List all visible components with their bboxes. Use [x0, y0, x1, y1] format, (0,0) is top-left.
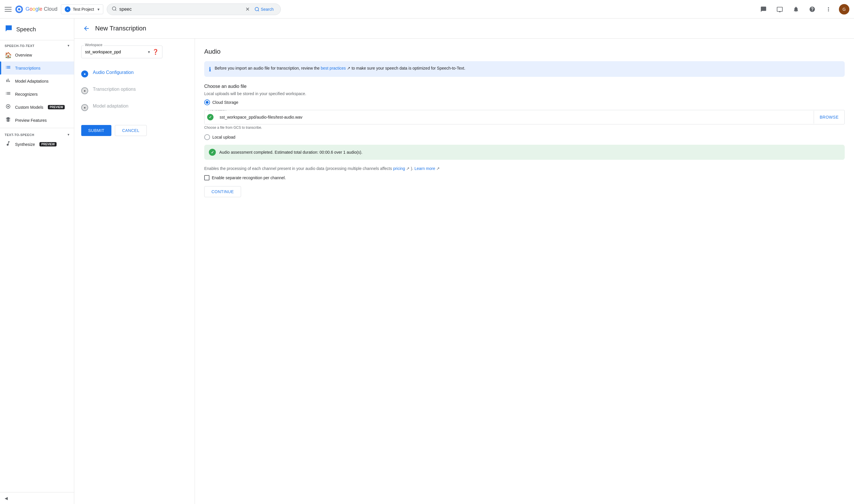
sidebar-item-synthesize[interactable]: Synthesize PREVIEW: [0, 138, 74, 151]
stt-section-label: Speech-to-Text ▾: [0, 40, 74, 49]
pricing-link[interactable]: pricing: [393, 166, 405, 171]
wizard-actions: SUBMIT CANCEL: [81, 125, 188, 136]
info-banner: ℹ Before you import an audio file for tr…: [204, 61, 845, 77]
channel-checkbox[interactable]: [204, 175, 210, 180]
search-btn-icon: [254, 7, 260, 12]
more-options-icon-btn[interactable]: [823, 3, 834, 15]
sidebar-item-custom-models[interactable]: Custom Models PREVIEW: [0, 101, 74, 114]
avatar[interactable]: G: [839, 4, 849, 15]
cancel-button[interactable]: CANCEL: [115, 125, 147, 136]
search-button[interactable]: Search: [252, 7, 276, 12]
notifications-icon-btn[interactable]: [790, 3, 802, 15]
browse-button[interactable]: BROWSE: [814, 111, 844, 124]
search-icon: [112, 6, 117, 12]
search-input[interactable]: [119, 7, 243, 12]
sidebar-item-model-adaptations[interactable]: Model Adaptations: [0, 74, 74, 88]
svg-point-8: [7, 106, 9, 107]
sidebar-item-label: Transcriptions: [15, 66, 40, 70]
topbar-left: Google Cloud Test Project ▾: [5, 4, 103, 14]
custom-models-preview-badge: PREVIEW: [48, 105, 65, 109]
workspace-chevron-icon: ▾: [148, 50, 150, 54]
success-text: Audio assessment completed. Estimated to…: [219, 150, 362, 155]
radio-cloud-storage[interactable]: Cloud Storage: [204, 100, 845, 105]
channel-checkbox-label: Enable separate recognition per channel.: [212, 176, 286, 180]
sidebar-item-transcriptions[interactable]: Transcriptions: [0, 61, 74, 74]
step-1-indicator: ●: [81, 70, 88, 77]
search-bar: ✕ Search: [107, 3, 281, 15]
cloud-storage-radio[interactable]: [204, 100, 210, 105]
collapse-icon: ◀: [5, 496, 8, 501]
project-selector[interactable]: Test Project ▾: [61, 4, 103, 14]
pricing-external-icon: ↗: [406, 166, 411, 171]
speech-icon: [5, 24, 13, 34]
continue-button[interactable]: CONTINUE: [204, 186, 241, 197]
svg-line-6: [258, 10, 259, 11]
audio-section-title: Audio: [204, 48, 845, 55]
sidebar-item-label: Custom Models: [15, 105, 43, 110]
collapse-sidebar-btn[interactable]: ◀: [0, 492, 74, 504]
wizard-step-model-adaptation[interactable]: ● Model adaptation: [81, 99, 188, 116]
back-button[interactable]: [81, 23, 92, 34]
stt-chevron-icon[interactable]: ▾: [68, 44, 70, 48]
learn-more-link[interactable]: Learn more: [414, 166, 435, 171]
workspace-select[interactable]: sst_workspace_ppd: [85, 50, 148, 54]
chat-icon-btn[interactable]: [758, 3, 769, 15]
sidebar-item-label: Overview: [15, 53, 32, 57]
avatar-initials: G: [843, 7, 846, 12]
sidebar-item-label: Synthesize: [15, 142, 35, 147]
page-header: New Transcription: [74, 19, 854, 39]
search-clear-icon[interactable]: ✕: [243, 6, 252, 13]
storage-hint: Local uploads will be stored in your spe…: [204, 91, 845, 96]
success-icon: [209, 149, 216, 156]
topbar-right: G: [758, 3, 849, 15]
wizard-step-audio-config[interactable]: ● Audio Configuration: [81, 65, 188, 82]
page-title: New Transcription: [95, 25, 146, 32]
audio-panel: Audio ℹ Before you import an audio file …: [195, 39, 854, 504]
step-1-label: Audio Configuration: [93, 70, 188, 75]
project-icon: [65, 6, 71, 12]
choose-audio-label: Choose an audio file: [204, 84, 845, 89]
file-location-group: File location * BROWSE Choose a file fro…: [204, 110, 845, 130]
external-link-icon: ↗: [347, 66, 352, 70]
radio-group-local: Local upload: [204, 134, 845, 140]
channel-desc: Enables the processing of each channel p…: [204, 166, 845, 172]
sidebar: Speech Speech-to-Text ▾ 🏠 Overview Trans…: [0, 19, 74, 504]
sidebar-header: Speech: [0, 19, 74, 40]
radio-local-upload[interactable]: Local upload: [204, 134, 845, 140]
monitor-icon-btn[interactable]: [774, 3, 785, 15]
workspace-select-row: sst_workspace_ppd ▾ ❓: [82, 46, 162, 58]
cloud-storage-label: Cloud Storage: [212, 100, 238, 105]
best-practices-link[interactable]: best practices: [321, 66, 346, 70]
wizard-panel: Workspace sst_workspace_ppd ▾ ❓: [74, 39, 195, 504]
step-3-indicator: ●: [81, 104, 88, 111]
workspace-field: Workspace sst_workspace_ppd ▾ ❓: [81, 46, 188, 58]
channel-checkbox-row[interactable]: Enable separate recognition per channel.: [204, 175, 845, 180]
google-cloud-logo[interactable]: Google Cloud: [15, 5, 57, 13]
workspace-label: Workspace: [84, 43, 104, 47]
preview-features-icon: [5, 116, 12, 124]
radio-group: Cloud Storage: [204, 100, 845, 105]
menu-icon[interactable]: [5, 6, 12, 13]
local-upload-radio[interactable]: [204, 134, 210, 140]
help-icon-btn[interactable]: [806, 3, 818, 15]
synthesize-preview-badge: PREVIEW: [39, 142, 56, 146]
file-path-input[interactable]: [216, 111, 814, 124]
info-text: Before you import an audio file for tran…: [215, 65, 465, 71]
workspace-help-icon[interactable]: ❓: [152, 49, 159, 55]
local-upload-label: Local upload: [212, 135, 235, 140]
file-location-field: File location * BROWSE: [204, 110, 845, 124]
learn-more-external-icon: ↗: [436, 166, 440, 171]
custom-models-icon: [5, 104, 12, 111]
step-2-label: Transcription options: [93, 87, 188, 92]
sidebar-item-overview[interactable]: 🏠 Overview: [0, 49, 74, 61]
wizard-step-transcription-options[interactable]: ● Transcription options: [81, 82, 188, 99]
step-3-label: Model adaptation: [93, 104, 188, 109]
sidebar-item-preview-features[interactable]: Preview Features: [0, 114, 74, 127]
logo-text: Google Cloud: [25, 6, 57, 12]
info-icon: ℹ: [209, 66, 211, 73]
svg-point-5: [255, 7, 259, 11]
submit-button[interactable]: SUBMIT: [81, 125, 111, 136]
overview-icon: 🏠: [5, 52, 12, 58]
tts-chevron-icon[interactable]: ▾: [68, 133, 70, 137]
sidebar-item-recognizers[interactable]: Recognizers: [0, 88, 74, 101]
